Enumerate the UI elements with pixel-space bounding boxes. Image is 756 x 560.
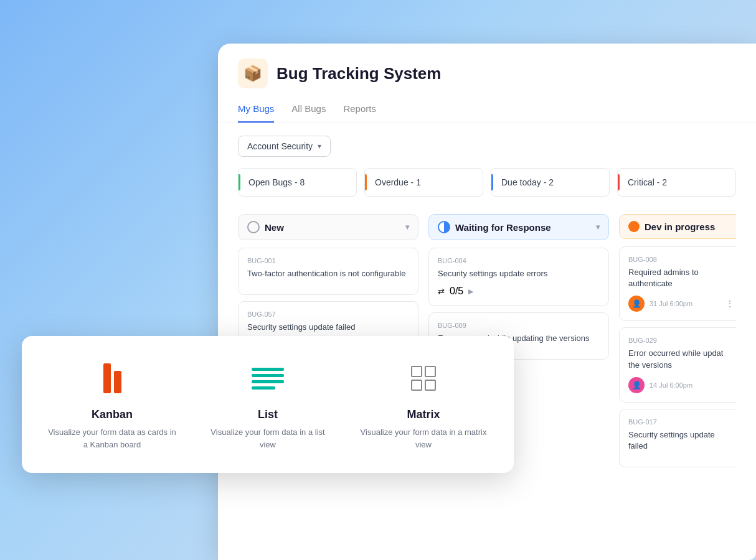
bug-date: 14 Jul 6:00pm [650,381,692,389]
bug-id: BUG-017 [628,418,734,426]
matrix-icon [411,366,436,391]
dev-status-icon [628,221,640,232]
avatar: 👤 [628,377,645,393]
filter-label: Account Security [247,141,313,151]
matrix-cell-4 [425,380,436,391]
chevron-down-icon: ▾ [596,223,600,231]
column-dev-label: Dev in progress [645,222,715,232]
arrow-icon: ▶ [468,287,473,296]
list-line-2 [252,374,284,377]
bug-footer: 👤 31 Jul 6:00pm ⋮ [628,296,734,312]
more-icon: ⋮ [725,299,734,309]
kanban-bar-1 [103,363,111,393]
bug-title: Error occurred while updat the versions [628,348,734,370]
bug-title: Two-factor authentication is not configu… [247,268,409,279]
view-picker-popup: Kanban Visualize your form data as cards… [22,336,514,473]
stat-due-today: Due today - 2 [491,168,610,197]
list-line-3 [252,380,284,383]
bug-date: 31 Jul 6:00pm [650,300,692,307]
matrix-cell-3 [411,380,422,391]
column-dev: Dev in progress BUG-008 Required admins … [619,214,736,474]
bug-id: BUG-057 [247,310,409,318]
bug-card-004[interactable]: BUG-004 Security settings update errors … [428,248,609,306]
column-new-header[interactable]: New ▾ [238,214,418,240]
bug-title: Required admins to authenticate [628,267,734,289]
bug-footer: ⇄ 0/5 ▶ [438,286,600,297]
app-header: 📦 Bug Tracking System My Bugs All Bugs R… [218,44,756,123]
bug-id: BUG-008 [628,256,734,263]
kanban-icon [103,363,121,393]
bug-id: BUG-009 [438,322,600,329]
account-filter-dropdown[interactable]: Account Security ▾ [238,136,331,157]
bug-card-008[interactable]: BUG-008 Required admins to authenticate … [619,246,736,321]
bug-title: Security settings update failed [247,322,409,333]
bug-id: BUG-001 [247,257,409,264]
bug-card-029[interactable]: BUG-029 Error occurred while updat the v… [619,327,736,402]
new-status-icon [247,221,260,233]
stat-open-bugs: Open Bugs - 8 [238,168,357,197]
bug-title: Security settings update errors [438,268,600,279]
tab-bar: My Bugs All Bugs Reports [238,98,736,123]
list-icon [252,368,284,390]
view-option-list[interactable]: List Visualize your form data in a list … [202,358,333,450]
stats-row: Open Bugs - 8 Overdue - 1 Due today - 2 … [238,168,736,197]
tab-my-bugs[interactable]: My Bugs [238,98,274,123]
matrix-view-icon [404,358,443,398]
app-title: Bug Tracking System [276,64,441,83]
kanban-bar-2 [114,371,121,393]
list-label: List [258,408,278,421]
kanban-desc: Visualize your form data as cards in a K… [47,426,177,450]
matrix-label: Matrix [407,408,440,421]
tab-reports[interactable]: Reports [343,98,376,123]
kanban-view-icon [92,358,132,398]
list-line-1 [252,368,284,371]
app-logo: 📦 [238,58,268,88]
bug-card-017[interactable]: BUG-017 Security settings update failed [619,409,736,467]
app-card: 📦 Bug Tracking System My Bugs All Bugs R… [218,44,756,560]
list-line-4 [252,386,275,390]
list-desc: Visualize your form data in a list view [202,426,333,450]
bug-id: BUG-029 [628,337,734,344]
chevron-down-icon: ▾ [318,142,321,151]
column-waiting-label: Waiting for Response [455,222,551,233]
column-new-label: New [265,222,284,233]
stat-overdue: Overdue - 1 [364,168,483,197]
waiting-status-icon [438,221,450,233]
chevron-down-icon: ▾ [405,223,409,231]
matrix-cell-2 [425,366,436,377]
tab-all-bugs[interactable]: All Bugs [291,98,326,123]
bug-card-001[interactable]: BUG-001 Two-factor authentication is not… [238,248,418,295]
bug-id: BUG-004 [438,257,600,264]
matrix-desc: Visualize your form data in a matrix vie… [358,426,489,450]
view-option-matrix[interactable]: Matrix Visualize your form data in a mat… [358,358,489,450]
list-view-icon [248,358,288,398]
title-row: 📦 Bug Tracking System [238,58,736,88]
stat-critical: Critical - 2 [617,168,736,197]
kanban-label: Kanban [92,408,133,421]
matrix-cell-1 [411,366,422,377]
bug-title: Security settings update failed [628,429,734,452]
subtask-count: 0/5 [450,286,463,297]
avatar: 👤 [628,296,645,312]
view-option-kanban[interactable]: Kanban Visualize your form data as cards… [47,358,177,450]
subtask-icon: ⇄ [438,287,445,296]
column-dev-header[interactable]: Dev in progress [619,214,736,239]
column-waiting-header[interactable]: Waiting for Response ▾ [428,214,609,240]
bug-footer: 👤 14 Jul 6:00pm [628,377,734,393]
